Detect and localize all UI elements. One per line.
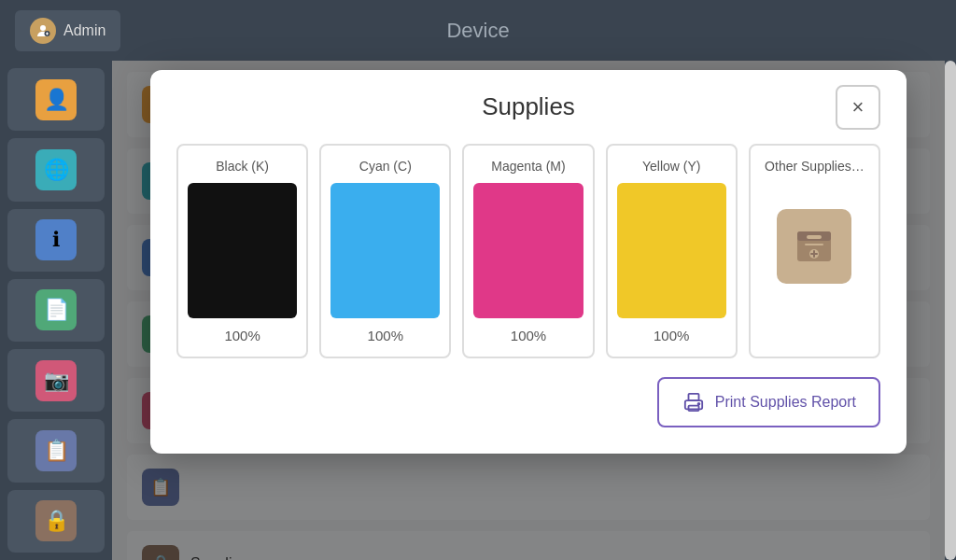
page-title: Device — [446, 19, 509, 43]
modal-close-button[interactable]: × — [836, 85, 880, 130]
magenta-label: Magenta (M) — [491, 159, 565, 174]
file-icon: 📄 — [35, 289, 77, 330]
svg-rect-5 — [805, 244, 823, 245]
modal-overlay: Supplies × Black (K) 100% Cyan (C) — [112, 61, 945, 560]
supply-card-yellow[interactable]: Yellow (Y) 100% — [606, 144, 738, 358]
supply-card-cyan[interactable]: Cyan (C) 100% — [319, 144, 451, 358]
print-button-wrapper: Print Supplies Report — [176, 377, 880, 427]
sidebar-item-network[interactable]: 🌐 — [7, 138, 105, 201]
svg-point-10 — [697, 403, 699, 405]
magenta-bar — [473, 183, 583, 318]
other-label: Other Supplies… — [765, 159, 865, 174]
yellow-percent: 100% — [654, 328, 689, 343]
supplies-lock-icon: 🔒 — [35, 500, 77, 541]
report-icon: 📋 — [35, 430, 77, 471]
supply-card-other[interactable]: Other Supplies… — [749, 144, 880, 358]
supplies-grid: Black (K) 100% Cyan (C) 100% Magenta (M) — [176, 144, 880, 358]
content-area: 👤 🌐 states ℹ 📄 📷 — [112, 61, 945, 560]
black-percent: 100% — [224, 328, 260, 343]
supplies-modal: Supplies × Black (K) 100% Cyan (C) — [150, 70, 907, 454]
supply-card-black[interactable]: Black (K) 100% — [176, 144, 308, 358]
admin-label: Admin — [63, 22, 105, 39]
admin-avatar — [30, 18, 56, 44]
yellow-label: Yellow (Y) — [642, 159, 701, 174]
black-bar — [188, 183, 297, 318]
modal-title: Supplies — [482, 92, 575, 121]
other-supplies-icon — [777, 209, 851, 284]
black-label: Black (K) — [216, 159, 269, 174]
close-icon: × — [852, 95, 865, 119]
supply-card-magenta[interactable]: Magenta (M) 100% — [462, 144, 594, 358]
yellow-bar — [617, 183, 726, 318]
sidebar: 👤 🌐 ℹ 📄 📷 📋 🔒 — [0, 61, 112, 560]
sidebar-item-report[interactable]: 📋 — [7, 419, 105, 482]
cyan-bar — [330, 183, 440, 318]
printer-icon — [682, 390, 706, 414]
svg-rect-9 — [688, 406, 698, 412]
header: Admin Device — [0, 0, 956, 61]
cyan-percent: 100% — [368, 328, 403, 343]
print-supplies-report-button[interactable]: Print Supplies Report — [657, 377, 880, 427]
sidebar-item-scan[interactable]: 📷 — [7, 349, 105, 412]
svg-rect-4 — [807, 235, 822, 239]
cyan-label: Cyan (C) — [359, 159, 412, 174]
sidebar-item-user-settings[interactable]: 👤 — [7, 68, 105, 131]
main-layout: 👤 🌐 ℹ 📄 📷 📋 🔒 👤 — [0, 61, 956, 560]
scrollbar[interactable] — [945, 61, 956, 560]
admin-button[interactable]: Admin — [15, 10, 120, 51]
user-settings-icon: 👤 — [35, 79, 77, 120]
modal-header: Supplies × — [176, 92, 880, 121]
sidebar-item-supplies[interactable]: 🔒 — [7, 490, 105, 553]
svg-point-0 — [40, 25, 46, 31]
sidebar-item-info[interactable]: ℹ — [7, 209, 105, 272]
info-icon: ℹ — [35, 219, 77, 260]
svg-rect-7 — [688, 394, 698, 400]
network-icon: 🌐 — [35, 149, 77, 190]
scan-icon: 📷 — [35, 360, 77, 401]
print-button-label: Print Supplies Report — [715, 394, 856, 411]
sidebar-item-file[interactable]: 📄 — [7, 279, 105, 342]
magenta-percent: 100% — [511, 328, 546, 343]
